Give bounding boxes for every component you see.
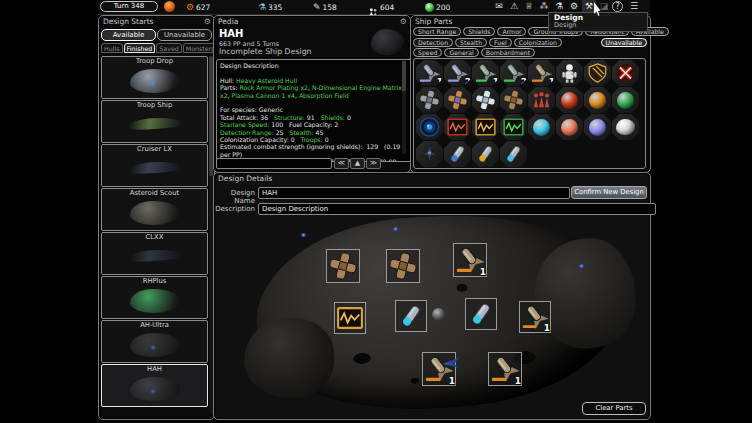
part-detector-eye[interactable] (416, 114, 443, 140)
help-button[interactable]: ? (612, 1, 623, 12)
part-link[interactable]: Troops: (301, 136, 325, 143)
ship-design-item-rhplus[interactable]: RHPlus (101, 276, 208, 319)
ship-design-item-hah[interactable]: HAH (101, 364, 208, 407)
filter-fuel[interactable]: Fuel (489, 38, 512, 47)
filter-colonization[interactable]: Colonization (514, 38, 562, 47)
part-link[interactable]: Rock Armor Plating x2 (240, 84, 309, 91)
ship-design-item-cruiser-lx[interactable]: Cruiser LX (101, 144, 208, 187)
description-line (220, 99, 406, 106)
filter-armor[interactable]: Armor (497, 27, 526, 36)
part-ground-troops-robot[interactable] (556, 60, 583, 86)
pedia-forward-button[interactable]: ≫ (366, 158, 381, 169)
ship-design-item-ah-ultra[interactable]: AH-Ultra (101, 320, 208, 363)
tab-finished[interactable]: Finished (124, 43, 156, 53)
description-line (220, 69, 406, 76)
slot-absorption-field[interactable] (334, 302, 366, 334)
part-link[interactable]: Starlane Speed: (220, 121, 271, 128)
combat-alert-icon[interactable] (164, 1, 175, 12)
part-orb-teal-flare[interactable] (528, 114, 555, 140)
tab-hulls[interactable]: Hulls (101, 43, 123, 53)
part-plating-white[interactable] (472, 87, 499, 113)
part-waveform-green[interactable] (500, 114, 527, 140)
part-plating-gray[interactable] (416, 87, 443, 113)
slot-plasma-cannon-1[interactable]: 1 (453, 243, 487, 277)
filter-short-range[interactable]: Short Range (413, 27, 461, 36)
filter-general[interactable]: General (444, 48, 478, 57)
pedia-search-input[interactable] (216, 158, 332, 169)
engine-pod-icon (467, 300, 495, 328)
turn-button[interactable]: Turn 348 (100, 1, 158, 12)
part-plating-amber-violet[interactable] (444, 87, 471, 113)
part-laser-2[interactable]: 2 (500, 60, 527, 86)
part-missile-amber[interactable] (472, 141, 499, 167)
part-orb-green[interactable] (612, 87, 639, 113)
part-plating-brown[interactable] (500, 87, 527, 113)
part-red-burst[interactable] (612, 60, 639, 86)
sitrep-button[interactable]: ⚠ (507, 0, 521, 13)
filter-stealth[interactable]: Stealth (455, 38, 487, 47)
empires-button[interactable]: ♕ (522, 0, 536, 13)
ship-parts-panel: Ship Parts Short RangeShieldsArmorGround… (410, 15, 651, 173)
filter-bombardment[interactable]: Bombardment (481, 48, 535, 57)
part-missile-cyan[interactable] (500, 141, 527, 167)
part-orb-red[interactable] (556, 87, 583, 113)
ship-design-item-clxx[interactable]: CLXX (101, 232, 208, 275)
part-fighter-bay[interactable] (416, 141, 443, 167)
availability-unavailable[interactable]: Unavailable (157, 29, 212, 41)
part-pod-blue[interactable] (444, 141, 471, 167)
part-link[interactable]: Shields: (321, 114, 347, 121)
part-orb-violet[interactable] (584, 114, 611, 140)
pedia-back-button[interactable]: ≪ (334, 158, 349, 169)
asteroid-scout-thumbnail (130, 201, 180, 225)
part-mass-driver-1[interactable]: 1 (416, 60, 443, 86)
description-scrollbar[interactable] (402, 61, 406, 154)
part-troop-figures[interactable] (528, 87, 555, 113)
slot-engine-pod[interactable] (395, 300, 427, 332)
ship-design-item-troop-drop[interactable]: Troop Drop (101, 56, 208, 99)
messages-button[interactable]: ✉ (492, 0, 506, 13)
slot-engine-pod[interactable] (465, 298, 497, 330)
part-link[interactable]: Detection Range: (220, 129, 276, 136)
part-waveform-red[interactable] (444, 114, 471, 140)
part-link[interactable]: Heavy Asteroid Hull (236, 77, 297, 84)
gear-icon[interactable]: ⚙ (204, 17, 211, 26)
filter-speed[interactable]: Speed (413, 48, 442, 57)
slot-rock-armor-plating[interactable] (386, 249, 420, 283)
waveform-green-icon (502, 116, 525, 138)
gear-icon[interactable]: ⚙ (400, 17, 407, 26)
description-text: Hull: (220, 77, 236, 84)
availability-available[interactable]: Available (101, 29, 156, 41)
filter-detection[interactable]: Detection (413, 38, 453, 47)
pedia-up-button[interactable]: ▲ (350, 158, 365, 169)
filter-unavailable[interactable]: Unavailable (601, 38, 647, 47)
part-orb-amber[interactable] (584, 87, 611, 113)
ship-design-item-troop-ship[interactable]: Troop Ship (101, 100, 208, 143)
slot-plasma-cannon-1[interactable]: 1 (422, 352, 456, 386)
part-gold-shield[interactable] (584, 60, 611, 86)
part-link[interactable]: Plasma Cannon 1 x4 (232, 92, 295, 99)
slot-rock-armor-plating[interactable] (326, 249, 360, 283)
tab-saved[interactable]: Saved (156, 43, 181, 53)
part-link[interactable]: Absorption Field (299, 92, 349, 99)
part-plasma-cannon-1[interactable]: 1 (528, 60, 555, 86)
slot-plasma-cannon-1[interactable]: 1 (488, 352, 522, 386)
confirm-new-design-button[interactable]: Confirm New Design (571, 186, 647, 199)
part-laser-1[interactable]: 1 (472, 60, 499, 86)
part-link[interactable]: Structure: (274, 114, 307, 121)
part-orb-coral[interactable] (556, 114, 583, 140)
part-rock-white[interactable] (612, 114, 639, 140)
slot-plasma-cannon-1[interactable]: 1 (519, 301, 551, 333)
clear-parts-button[interactable]: Clear Parts (582, 402, 646, 415)
description-text: For species: Generic (220, 106, 283, 113)
part-count-badge: 1 (549, 78, 555, 87)
design-description-input[interactable] (258, 203, 656, 215)
design-name-input[interactable] (258, 187, 570, 199)
design-details-title: Design Details (218, 174, 272, 183)
slot-hull-node[interactable] (431, 307, 446, 322)
filter-shields[interactable]: Shields (463, 27, 495, 36)
part-waveform-amber[interactable] (472, 114, 499, 140)
part-mass-driver-2[interactable]: 2 (444, 60, 471, 86)
ship-design-item-asteroid-scout[interactable]: Asteroid Scout (101, 188, 208, 231)
missile-cyan-icon (502, 143, 525, 165)
part-link[interactable]: Stealth: (289, 129, 315, 136)
